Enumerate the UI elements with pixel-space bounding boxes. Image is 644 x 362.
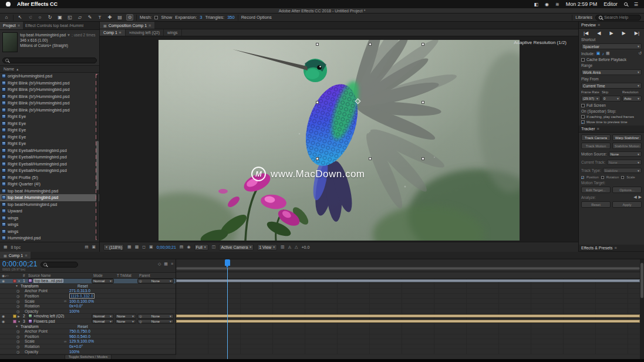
timeline-search-input[interactable] (41, 262, 78, 268)
tracker-panel-title[interactable]: Tracker (581, 127, 595, 131)
app-menu[interactable]: After Effects CC (17, 1, 58, 7)
spotlight-icon[interactable] (624, 2, 628, 6)
stopwatch-icon[interactable]: ◷ (16, 339, 19, 343)
skip-dropdown[interactable]: 0▼ (602, 96, 621, 102)
track-row[interactable] (176, 349, 640, 354)
composition-mini-flowchart-icon[interactable]: ◇ (158, 262, 161, 266)
playhead-marker[interactable] (225, 259, 230, 266)
position-row[interactable]: ◷ Position 960.0,540.0 (0, 334, 176, 340)
pixel-aspect-icon[interactable]: ▥ (281, 245, 285, 249)
selection-handle[interactable] (316, 157, 319, 160)
project-item[interactable]: Right Quarter (4!) (0, 181, 99, 188)
project-item[interactable]: wings (0, 215, 99, 222)
track-row[interactable] (176, 334, 640, 340)
menu-status-icon-2[interactable]: ◉ (545, 2, 549, 7)
twirl-down-icon[interactable]: ▼ (15, 324, 21, 328)
stopwatch-icon[interactable]: ◷ (16, 294, 19, 298)
track-row[interactable] (176, 289, 640, 294)
expansion-value[interactable]: 3 (200, 15, 202, 20)
twirl-right-icon[interactable]: ▶ (18, 314, 23, 318)
first-frame-button[interactable]: |◀ (584, 31, 588, 36)
link-icon[interactable]: ∞ (64, 340, 66, 343)
flowchart-icon[interactable]: △ (295, 245, 298, 249)
project-item[interactable]: Right Eye (0, 140, 99, 147)
trkmat-dropdown[interactable]: None▼ (115, 319, 136, 324)
rotation-tool-icon[interactable]: ↻ (46, 15, 53, 20)
selection-handle[interactable] (316, 101, 319, 104)
current-timecode[interactable]: 0:00:00;21 (2, 260, 38, 268)
control-center-icon[interactable]: ☰ (634, 2, 638, 7)
twirl-down-icon[interactable]: ▼ (15, 284, 21, 287)
project-item[interactable]: Right Eyeball/Hummingbird.psd (0, 147, 99, 154)
project-item[interactable]: Right Eyeball/Hummingbird.psd (0, 154, 99, 161)
last-frame-button[interactable]: ▶| (635, 31, 639, 36)
viewer-tab[interactable]: ×moving left (Q2) ≡ (126, 29, 164, 36)
project-item[interactable]: origin/Hummingbird.psd (0, 73, 99, 80)
rotation-checkbox[interactable] (601, 176, 604, 179)
track-row[interactable] (176, 319, 640, 324)
parent-dropdown[interactable]: ◎None▼ (137, 279, 174, 283)
track-row[interactable] (176, 279, 640, 284)
column-parent[interactable]: Parent (139, 273, 176, 278)
rotation-value[interactable]: 0x+0.0° (69, 344, 83, 349)
comp-image[interactable]: M www.MacDown.com (159, 40, 520, 241)
selection-handle[interactable] (422, 101, 424, 104)
menubar-editor[interactable]: Editor (603, 1, 618, 7)
rotation-row[interactable]: ◷ Rotation 0x+0.0° (0, 344, 176, 350)
record-options-button[interactable]: Record Options (241, 15, 272, 20)
track-row[interactable] (176, 284, 640, 289)
rotation-value[interactable]: 0x+0.0° (69, 304, 83, 308)
puppet-pin-tool-icon[interactable]: ⊙ (126, 14, 133, 21)
effects-presets-title[interactable]: Effects & Presets (581, 246, 613, 250)
bit-depth-label[interactable]: 8 bpc (11, 245, 21, 249)
previous-frame-button[interactable]: ◀ (597, 31, 601, 36)
timeline-comp-tab[interactable]: ▦ Comp 1 ≡ (0, 252, 31, 259)
opacity-value[interactable]: 100% (69, 309, 79, 313)
timeline-scrollbar[interactable] (640, 259, 644, 359)
include-overlays-icon[interactable]: ▦ (606, 51, 610, 56)
analyze-backward-icon[interactable]: ◀ (633, 195, 636, 199)
new-folder-icon[interactable]: ▤ (85, 245, 88, 249)
opacity-value[interactable]: 100% (69, 350, 79, 354)
hand-tool-icon[interactable]: ☜ (26, 15, 33, 20)
anchor-point-row[interactable]: ◷ Anchor Point 750.0,750.0 (0, 329, 176, 334)
pickwhip-icon[interactable]: ◎ (139, 314, 142, 318)
anchor-point-value[interactable]: 271.0,313.0 (69, 289, 90, 293)
transform-group-row[interactable]: ▼ Transform Reset (0, 324, 176, 329)
caching-checkbox[interactable] (581, 115, 585, 119)
stopwatch-icon[interactable]: ◷ (16, 334, 19, 339)
viewer-tab[interactable]: wings ≡ (164, 29, 181, 36)
selection-handle[interactable] (422, 157, 424, 160)
edit-target-button[interactable]: Edit Target... (581, 187, 611, 193)
exposure-value[interactable]: +0.0 (301, 245, 309, 249)
pickwhip-icon[interactable]: ◎ (139, 320, 142, 323)
timeline-button-icon[interactable]: ◬ (288, 245, 291, 249)
brush-tool-icon[interactable]: ✚ (106, 15, 113, 20)
composition-viewer[interactable]: M www.MacDown.com Adaptive Resolution (1… (100, 36, 578, 242)
timeline-layer-row-2[interactable]: ◉ ▶ 2 ×moving left (Q2) Normal▼ None▼ ◎N… (0, 314, 176, 319)
clone-stamp-tool-icon[interactable]: ▤ (116, 15, 123, 20)
mesh-show-checkbox[interactable] (154, 16, 158, 19)
anchor-point-value[interactable]: 750.0,750.0 (69, 329, 90, 333)
scale-value[interactable]: 129.9,100.0% (69, 339, 94, 343)
viewer-tab[interactable]: Comp 1 ≡ (100, 29, 126, 36)
selection-handle[interactable] (369, 157, 372, 160)
track-row[interactable] (176, 324, 640, 329)
panel-menu-icon[interactable]: ≡ (25, 253, 27, 258)
viewer-timecode[interactable]: 0;00;00;21 (157, 245, 176, 249)
project-item[interactable]: Right Blink (b!)/Hummingbird.psd (0, 86, 99, 93)
track-type-dropdown[interactable]: Stabilize▼ (603, 168, 642, 173)
warp-stabilizer-button[interactable]: Warp Stabilizer (612, 134, 642, 141)
track-row[interactable] (176, 299, 640, 304)
scale-checkbox[interactable] (621, 176, 624, 179)
layer-visibility-icon[interactable]: ◉ (0, 319, 13, 323)
track-row[interactable] (176, 344, 640, 350)
project-item[interactable]: wings (0, 228, 99, 235)
new-comp-icon[interactable]: ▣ (92, 245, 96, 249)
selection-handle[interactable] (369, 43, 372, 46)
stopwatch-icon[interactable]: ◷ (16, 299, 19, 303)
stopwatch-icon[interactable]: ◷ (16, 289, 19, 293)
scale-row[interactable]: ◷ Scale ∞ 129.9,100.0% (0, 339, 176, 344)
triangles-value[interactable]: 350 (227, 15, 235, 20)
reset-icon[interactable]: ↺ (638, 51, 642, 56)
